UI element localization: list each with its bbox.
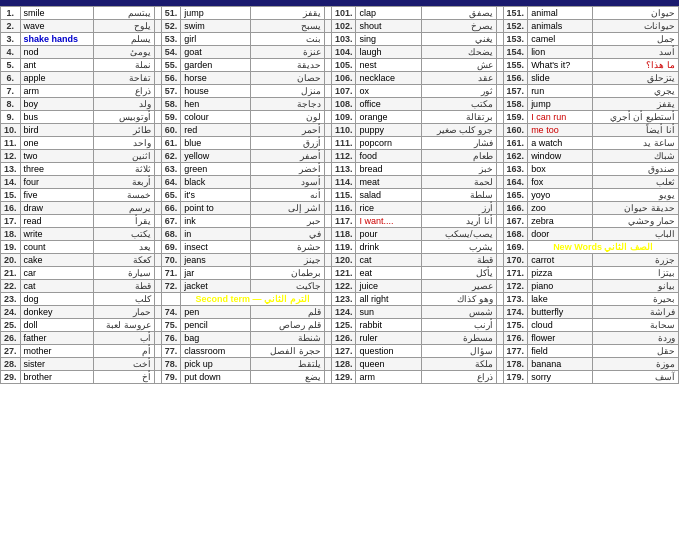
divider bbox=[324, 189, 331, 202]
row-num: 156. bbox=[503, 72, 528, 85]
row-ar: ساعة يد bbox=[593, 137, 679, 150]
divider bbox=[324, 33, 331, 46]
row-en: arm bbox=[356, 371, 421, 384]
divider bbox=[154, 150, 161, 163]
row-en: colour bbox=[181, 111, 251, 124]
row-num: 167. bbox=[503, 215, 528, 228]
row-num: 60. bbox=[161, 124, 181, 137]
row-num: 123. bbox=[331, 293, 356, 306]
divider bbox=[154, 293, 161, 306]
row-ar: أزرق bbox=[251, 137, 324, 150]
row-ar: سؤال bbox=[421, 345, 496, 358]
row-ar: حديقة bbox=[251, 59, 324, 72]
row-num: 120. bbox=[331, 254, 356, 267]
row-ar: أخت bbox=[93, 358, 154, 371]
divider bbox=[324, 319, 331, 332]
row-num: 24. bbox=[1, 306, 21, 319]
divider bbox=[496, 85, 503, 98]
row-en: boy bbox=[20, 98, 93, 111]
row-ar: يويو bbox=[593, 189, 679, 202]
row-en: bird bbox=[20, 124, 93, 137]
row-ar: ولد bbox=[93, 98, 154, 111]
row-ar: فشار bbox=[421, 137, 496, 150]
row-ar: حقل bbox=[593, 345, 679, 358]
row-ar: يصب/يسكب bbox=[421, 228, 496, 241]
row-en: laugh bbox=[356, 46, 421, 59]
row-ar: فراشة bbox=[593, 306, 679, 319]
divider bbox=[324, 332, 331, 345]
row-ar: يصفق bbox=[421, 7, 496, 20]
row-num: 168. bbox=[503, 228, 528, 241]
row-ar: حمار bbox=[93, 306, 154, 319]
row-num: 68. bbox=[161, 228, 181, 241]
divider bbox=[154, 176, 161, 189]
row-en: five bbox=[20, 189, 93, 202]
page-wrapper: 1. smile يبتسم51. jump يقفز101. clap يصف… bbox=[0, 0, 679, 384]
row-ar: اثنين bbox=[93, 150, 154, 163]
row-num: 105. bbox=[331, 59, 356, 72]
row-ar: يلوح bbox=[93, 20, 154, 33]
row-en: yellow bbox=[181, 150, 251, 163]
divider bbox=[154, 111, 161, 124]
row-en: ruler bbox=[356, 332, 421, 345]
row-num: 158. bbox=[503, 98, 528, 111]
row-ar: يصرخ bbox=[421, 20, 496, 33]
divider bbox=[324, 371, 331, 384]
divider bbox=[154, 124, 161, 137]
row-ar: قلم bbox=[251, 306, 324, 319]
row-en: read bbox=[20, 215, 93, 228]
row-en: queen bbox=[356, 358, 421, 371]
row-num: 21. bbox=[1, 267, 21, 280]
row-num: 154. bbox=[503, 46, 528, 59]
row-num: 113. bbox=[331, 163, 356, 176]
row-ar: يرسم bbox=[93, 202, 154, 215]
row-num: 61. bbox=[161, 137, 181, 150]
row-num: 117. bbox=[331, 215, 356, 228]
row-en: hen bbox=[181, 98, 251, 111]
divider bbox=[324, 306, 331, 319]
row-ar: منزل bbox=[251, 85, 324, 98]
row-en: nest bbox=[356, 59, 421, 72]
row-ar: شباك bbox=[593, 150, 679, 163]
row-num: 70. bbox=[161, 254, 181, 267]
row-num: 169. bbox=[503, 241, 528, 254]
row-num: 104. bbox=[331, 46, 356, 59]
row-en: animals bbox=[528, 20, 593, 33]
row-en: insect bbox=[181, 241, 251, 254]
row-num: 111. bbox=[331, 137, 356, 150]
row-ar: حبر bbox=[251, 215, 324, 228]
row-en: salad bbox=[356, 189, 421, 202]
row-en: all right bbox=[356, 293, 421, 306]
divider bbox=[324, 176, 331, 189]
row-num: 71. bbox=[161, 267, 181, 280]
divider bbox=[324, 254, 331, 267]
row-ar: جزرة bbox=[593, 254, 679, 267]
row-en: door bbox=[528, 228, 593, 241]
divider bbox=[154, 241, 161, 254]
row-en: jump bbox=[528, 98, 593, 111]
row-num: 12. bbox=[1, 150, 21, 163]
row-ar: قطة bbox=[93, 280, 154, 293]
divider bbox=[496, 280, 503, 293]
row-ar: حمار وحشي bbox=[593, 215, 679, 228]
row-en: blue bbox=[181, 137, 251, 150]
row-en: jacket bbox=[181, 280, 251, 293]
row-en: brother bbox=[20, 371, 93, 384]
second-term-label: Second term — الترم الثاني bbox=[181, 293, 325, 306]
row-ar: أسود bbox=[251, 176, 324, 189]
row-num: 67. bbox=[161, 215, 181, 228]
row-ar: يشرب bbox=[421, 241, 496, 254]
divider bbox=[154, 46, 161, 59]
row-num: 16. bbox=[1, 202, 21, 215]
row-en: question bbox=[356, 345, 421, 358]
row-ar: أوتوبيس bbox=[93, 111, 154, 124]
divider bbox=[324, 228, 331, 241]
row-ar: يضع bbox=[251, 371, 324, 384]
row-num: 17. bbox=[1, 215, 21, 228]
row-ar: تفاحة bbox=[93, 72, 154, 85]
row-en: car bbox=[20, 267, 93, 280]
row-en: bread bbox=[356, 163, 421, 176]
row-ar: أم bbox=[93, 345, 154, 358]
row-num: 14. bbox=[1, 176, 21, 189]
divider bbox=[324, 345, 331, 358]
